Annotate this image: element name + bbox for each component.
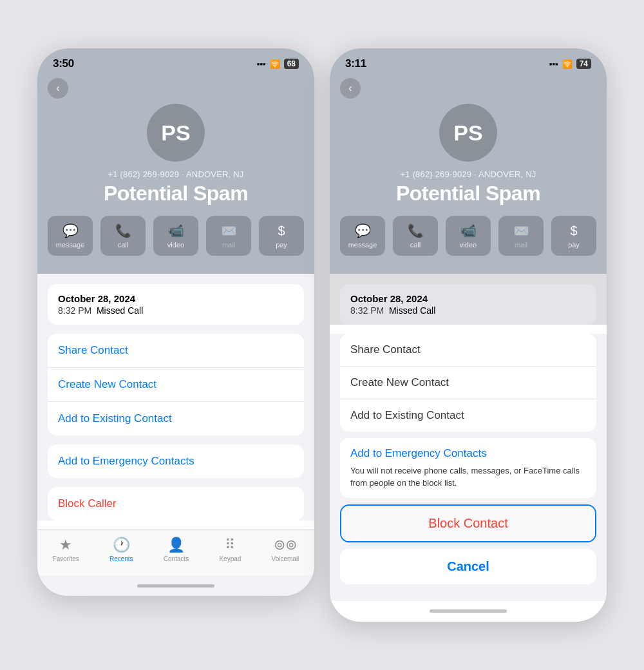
favorites-label: Favorites [53, 555, 79, 562]
right-wifi-icon: 🛜 [562, 59, 573, 69]
right-message-icon: 💬 [355, 223, 371, 238]
video-label: video [167, 241, 184, 249]
left-phone-body: October 28, 2024 8:32 PM Missed Call Sha… [37, 274, 314, 521]
call-label: call [118, 241, 129, 249]
right-block-container: Block Contact [340, 504, 596, 542]
right-call-icon: 📞 [408, 223, 424, 238]
message-label: message [56, 241, 85, 249]
right-home-bar [430, 609, 507, 613]
right-dimmed-body: October 28, 2024 8:32 PM Missed Call [330, 274, 607, 325]
contacts-label: Contacts [164, 555, 189, 562]
right-pay-label: pay [568, 241, 580, 249]
create-new-contact-item[interactable]: Create New Contact [48, 368, 304, 402]
right-action-row: 💬 message 📞 call 📹 video ✉️ mail $ [330, 206, 607, 261]
voicemail-icon: ⊚⊚ [274, 537, 297, 553]
right-pay-button[interactable]: $ pay [551, 216, 596, 256]
right-add-existing[interactable]: Add to Existing Contact [340, 399, 596, 432]
right-mail-button[interactable]: ✉️ mail [498, 216, 544, 256]
tab-contacts[interactable]: 👤 Contacts [164, 537, 189, 562]
right-time-value: 8:32 PM [350, 305, 384, 316]
left-phone-number: +1 (862) 269-9029 · ANDOVER, NJ [37, 169, 314, 179]
right-call-label: call [410, 241, 421, 249]
right-time: 3:11 [345, 57, 366, 70]
right-cancel-container: Cancel [340, 549, 596, 584]
right-status-bar: 3:11 ▪▪▪ 🛜 74 [330, 48, 607, 70]
left-call-history: October 28, 2024 8:32 PM Missed Call [48, 284, 304, 325]
right-video-button[interactable]: 📹 video [446, 216, 491, 256]
right-call-button[interactable]: 📞 call [393, 216, 438, 256]
video-icon: 📹 [168, 223, 184, 238]
contacts-icon: 👤 [167, 537, 185, 553]
left-contact-name: Potential Spam [37, 182, 314, 206]
battery-badge: 68 [284, 59, 299, 69]
recents-label: Recents [109, 555, 133, 562]
right-battery-badge: 74 [576, 59, 591, 69]
left-emergency-card: Add to Emergency Contacts [48, 445, 304, 478]
video-button[interactable]: 📹 video [153, 216, 198, 256]
tab-voicemail[interactable]: ⊚⊚ Voicemail [272, 537, 299, 562]
right-message-label: message [348, 241, 377, 249]
add-emergency-item[interactable]: Add to Emergency Contacts [48, 445, 304, 478]
right-emergency-warning: Add to Emergency Contacts You will not r… [340, 438, 596, 497]
tab-keypad[interactable]: ⠿ Keypad [219, 537, 241, 562]
right-action-sheet: Share Contact Create New Contact Add to … [330, 334, 607, 600]
left-back-button[interactable]: ‹ [48, 78, 68, 99]
keypad-icon: ⠿ [225, 537, 235, 553]
main-container: 3:50 ▪▪▪ 🛜 68 ‹ PS +1 (862) 269-9029 · A… [0, 23, 644, 647]
left-call-time: 8:32 PM Missed Call [58, 305, 294, 316]
left-header: 3:50 ▪▪▪ 🛜 68 ‹ PS +1 (862) 269-9029 · A… [37, 48, 314, 274]
right-create-contact[interactable]: Create New Contact [340, 367, 596, 399]
mail-icon: ✉️ [221, 223, 237, 238]
block-caller-item[interactable]: Block Caller [48, 487, 304, 521]
left-avatar: PS [147, 104, 205, 162]
right-call-status: Missed Call [389, 305, 435, 316]
share-contact-item[interactable]: Share Contact [48, 334, 304, 368]
right-contact-name: Potential Spam [330, 182, 607, 206]
right-status-icons: ▪▪▪ 🛜 74 [549, 59, 591, 69]
tab-recents[interactable]: 🕐 Recents [109, 537, 133, 562]
left-block-card: Block Caller [48, 487, 304, 521]
tab-favorites[interactable]: ★ Favorites [53, 537, 79, 562]
left-contact-actions: Share Contact Create New Contact Add to … [48, 334, 304, 436]
left-phone: 3:50 ▪▪▪ 🛜 68 ‹ PS +1 (862) 269-9029 · A… [37, 48, 314, 596]
keypad-label: Keypad [219, 555, 241, 562]
left-call-date: October 28, 2024 [58, 293, 294, 304]
right-sheet-list: Share Contact Create New Contact Add to … [340, 334, 596, 432]
left-action-row: 💬 message 📞 call 📹 video ✉️ mail $ [37, 206, 314, 261]
right-phone-number: +1 (862) 269-9029 · ANDOVER, NJ [330, 169, 607, 179]
block-contact-button[interactable]: Block Contact [341, 506, 595, 541]
right-call-date: October 28, 2024 [350, 293, 586, 304]
right-header: 3:11 ▪▪▪ 🛜 74 ‹ PS +1 (862) 269-9029 · A… [330, 48, 607, 274]
right-pay-icon: $ [570, 224, 577, 238]
message-button[interactable]: 💬 message [48, 216, 93, 256]
message-icon: 💬 [62, 223, 79, 238]
pay-icon: $ [278, 224, 285, 238]
wifi-icon: 🛜 [270, 59, 280, 69]
recents-icon: 🕐 [113, 537, 130, 553]
right-video-label: video [460, 241, 477, 249]
right-call-history: October 28, 2024 8:32 PM Missed Call [340, 284, 596, 325]
left-time-value: 8:32 PM [58, 305, 91, 316]
add-existing-contact-item[interactable]: Add to Existing Contact [48, 402, 304, 436]
right-emergency-title[interactable]: Add to Emergency Contacts [340, 438, 596, 463]
pay-label: pay [276, 241, 287, 249]
signal-icon: ▪▪▪ [257, 59, 266, 69]
call-button[interactable]: 📞 call [100, 216, 146, 256]
right-mail-icon: ✉️ [513, 223, 529, 238]
right-warning-desc: You will not receive phone calls, messag… [340, 463, 596, 497]
right-message-button[interactable]: 💬 message [340, 216, 385, 256]
left-call-status: Missed Call [97, 305, 143, 316]
right-home-indicator [330, 601, 607, 622]
mail-button[interactable]: ✉️ mail [206, 216, 251, 256]
call-icon: 📞 [115, 223, 131, 238]
left-time: 3:50 [53, 57, 74, 70]
cancel-button[interactable]: Cancel [340, 549, 596, 584]
right-video-icon: 📹 [460, 223, 477, 238]
right-signal-icon: ▪▪▪ [549, 59, 558, 69]
right-back-button[interactable]: ‹ [340, 78, 361, 99]
left-tab-bar: ★ Favorites 🕐 Recents 👤 Contacts ⠿ Keypa… [37, 530, 314, 575]
left-status-bar: 3:50 ▪▪▪ 🛜 68 [37, 48, 314, 70]
favorites-icon: ★ [59, 537, 72, 553]
right-share-contact[interactable]: Share Contact [340, 334, 596, 367]
pay-button[interactable]: $ pay [259, 216, 304, 256]
